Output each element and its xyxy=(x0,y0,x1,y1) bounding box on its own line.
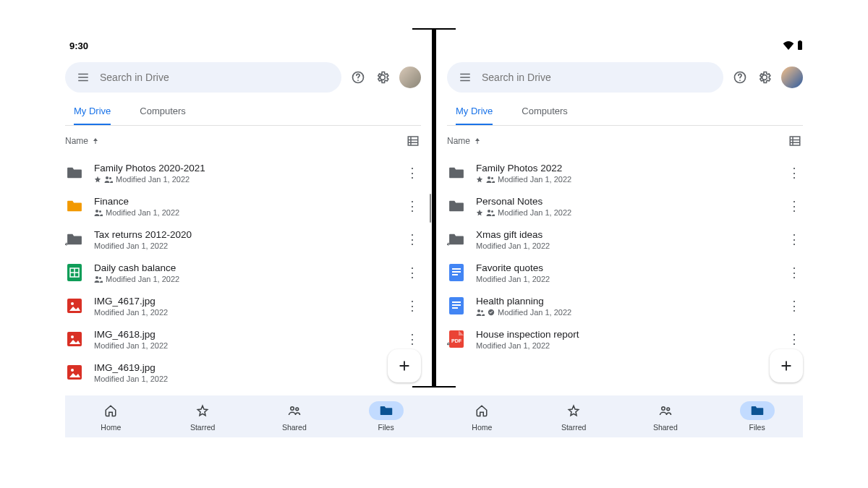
file-meta: Modified Jan 1, 2022 xyxy=(94,341,393,350)
list-view-icon[interactable] xyxy=(405,133,421,149)
folder-gray-icon xyxy=(447,230,466,249)
search-input[interactable] xyxy=(100,72,331,83)
file-row[interactable]: FinanceModified Jan 1, 2022⋮ xyxy=(65,189,421,223)
image-icon xyxy=(65,296,84,315)
folder-gray-icon xyxy=(65,230,84,249)
nav-starred[interactable]: Starred xyxy=(528,395,620,437)
file-name: Health planning xyxy=(476,296,775,307)
menu-icon[interactable] xyxy=(457,69,473,85)
file-row[interactable]: Family Photos 2022Modified Jan 1, 2022⋮ xyxy=(447,156,803,189)
nav-home[interactable]: Home xyxy=(436,395,528,437)
more-icon[interactable]: ⋮ xyxy=(786,231,803,247)
fab-add[interactable] xyxy=(770,349,803,382)
file-meta: Modified Jan 1, 2022 xyxy=(94,374,393,383)
file-name: Family Photos 2020-2021 xyxy=(94,163,393,174)
shared-icon xyxy=(648,401,683,420)
shared-icon xyxy=(277,401,312,420)
tab-computers[interactable]: Computers xyxy=(522,106,568,126)
svg-point-21 xyxy=(71,335,74,338)
file-row[interactable]: Favorite quotesModified Jan 1, 2022⋮ xyxy=(447,256,803,289)
sort-button[interactable]: Name xyxy=(65,136,100,146)
nav-files[interactable]: Files xyxy=(340,395,432,437)
file-name: IMG_4619.jpg xyxy=(94,362,393,373)
avatar[interactable] xyxy=(399,67,421,88)
nav-label: Starred xyxy=(190,423,215,432)
nav-shared[interactable]: Shared xyxy=(249,395,341,437)
svg-point-19 xyxy=(71,302,74,305)
arrow-up-icon xyxy=(91,137,100,145)
sort-button[interactable]: Name xyxy=(447,136,482,146)
more-icon[interactable]: ⋮ xyxy=(786,165,803,181)
tab-my-drive[interactable]: My Drive xyxy=(456,106,493,126)
svg-point-42 xyxy=(477,309,480,312)
svg-point-23 xyxy=(71,369,74,372)
file-row[interactable]: Daily cash balanceModified Jan 1, 2022⋮ xyxy=(65,256,421,289)
more-icon[interactable]: ⋮ xyxy=(786,198,803,214)
more-icon[interactable]: ⋮ xyxy=(404,231,421,247)
search-input[interactable] xyxy=(482,72,713,83)
file-row[interactable]: IMG_4618.jpgModified Jan 1, 2022⋮ xyxy=(65,322,421,356)
search-row xyxy=(447,62,803,93)
more-icon[interactable]: ⋮ xyxy=(404,298,421,314)
svg-rect-4 xyxy=(408,137,418,145)
file-meta: Modified Jan 1, 2022 xyxy=(476,308,775,317)
nav-home[interactable]: Home xyxy=(65,395,157,437)
avatar[interactable] xyxy=(781,67,803,88)
svg-point-43 xyxy=(481,310,483,312)
file-meta: Modified Jan 1, 2022 xyxy=(476,208,775,217)
file-row[interactable]: Personal NotesModified Jan 1, 2022⋮ xyxy=(447,189,803,223)
help-icon[interactable] xyxy=(732,69,748,85)
file-name: IMG_4617.jpg xyxy=(94,296,393,307)
list-header: Name xyxy=(65,126,421,156)
file-row[interactable]: Xmas gift ideasModified Jan 1, 2022⋮ xyxy=(447,223,803,256)
svg-point-25 xyxy=(739,80,741,81)
file-meta: Modified Jan 1, 2022 xyxy=(94,208,393,217)
help-icon[interactable] xyxy=(350,69,366,85)
sort-label: Name xyxy=(65,136,88,146)
nav-files[interactable]: Files xyxy=(711,395,803,437)
pdf-icon: PDF xyxy=(447,330,466,348)
svg-rect-36 xyxy=(452,271,461,273)
shared-icon xyxy=(94,209,103,216)
file-name: Family Photos 2022 xyxy=(476,163,775,174)
more-icon[interactable]: ⋮ xyxy=(786,298,803,314)
sort-label: Name xyxy=(447,136,470,146)
file-row[interactable]: PDFHouse inspection reportModified Jan 1… xyxy=(447,322,803,356)
nav-shared[interactable]: Shared xyxy=(620,395,712,437)
file-meta: Modified Jan 1, 2022 xyxy=(94,308,393,317)
more-icon[interactable]: ⋮ xyxy=(404,265,421,281)
docs-icon xyxy=(447,263,466,282)
file-row[interactable]: IMG_4619.jpgModified Jan 1, 2022⋮ xyxy=(65,356,421,389)
tab-my-drive[interactable]: My Drive xyxy=(74,106,111,126)
file-meta: Modified Jan 1, 2022 xyxy=(94,241,393,250)
svg-rect-39 xyxy=(452,301,461,303)
file-row[interactable]: Health planningModified Jan 1, 2022⋮ xyxy=(447,289,803,322)
menu-icon[interactable] xyxy=(75,69,91,85)
more-icon[interactable]: ⋮ xyxy=(404,331,421,347)
fab-add[interactable] xyxy=(388,349,421,382)
gear-icon[interactable] xyxy=(375,69,391,85)
more-icon[interactable]: ⋮ xyxy=(404,165,421,181)
nav-starred[interactable]: Starred xyxy=(157,395,249,437)
search-box[interactable] xyxy=(447,62,723,93)
search-box[interactable] xyxy=(65,62,341,93)
more-icon[interactable]: ⋮ xyxy=(786,265,803,281)
starred-icon xyxy=(556,401,591,420)
file-row[interactable]: IMG_4617.jpgModified Jan 1, 2022⋮ xyxy=(65,289,421,322)
file-body: Xmas gift ideasModified Jan 1, 2022 xyxy=(476,229,775,250)
split-divider[interactable] xyxy=(432,29,436,387)
gear-icon[interactable] xyxy=(757,69,773,85)
svg-point-8 xyxy=(106,176,109,179)
sheets-icon xyxy=(65,263,84,282)
folder-gray-icon xyxy=(447,197,466,215)
list-view-icon[interactable] xyxy=(787,133,803,149)
more-icon[interactable]: ⋮ xyxy=(404,198,421,214)
file-row[interactable]: Family Photos 2020-2021Modified Jan 1, 2… xyxy=(65,156,421,189)
file-row[interactable]: Tax returns 2012-2020Modified Jan 1, 202… xyxy=(65,223,421,256)
tab-computers[interactable]: Computers xyxy=(140,106,186,126)
svg-point-3 xyxy=(357,80,359,81)
more-icon[interactable]: ⋮ xyxy=(786,331,803,347)
svg-point-48 xyxy=(296,408,299,411)
file-body: Favorite quotesModified Jan 1, 2022 xyxy=(476,262,775,283)
image-icon xyxy=(65,330,84,348)
